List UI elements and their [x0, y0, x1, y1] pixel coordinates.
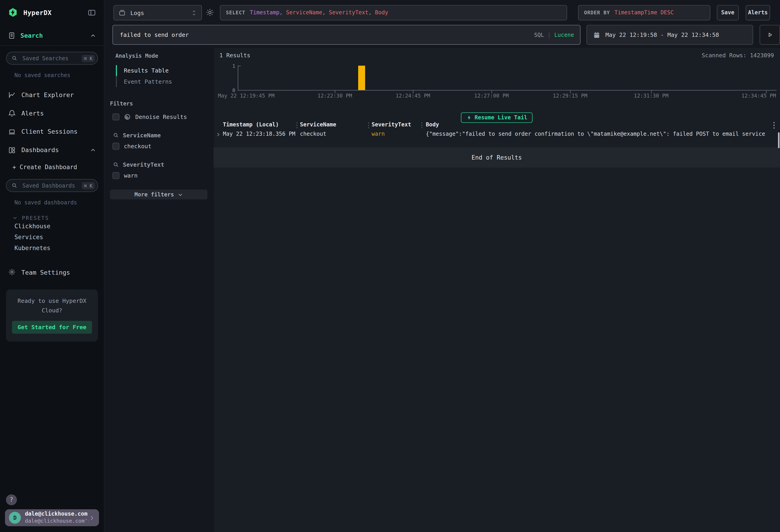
- results-area: 1 Results Scanned Rows: 1423099 1 0 May …: [213, 48, 780, 532]
- nav-label: Chart Explorer: [21, 91, 74, 98]
- y-tick-0: 0: [232, 88, 235, 93]
- shortcut-badge: ⌘ K: [82, 55, 95, 62]
- user-info: dale@clickhouse.com dale@clickhouse.com'…: [25, 511, 89, 525]
- search-nav-icon: [8, 32, 15, 39]
- x-axis: [238, 90, 777, 91]
- filter-group-name: SeverityText: [123, 161, 164, 168]
- preset-item-kubernetes[interactable]: Kubernetes: [14, 243, 104, 254]
- scanned-rows: Scanned Rows: 1423099: [702, 52, 774, 59]
- user-email: dale@clickhouse.com: [25, 511, 89, 518]
- cell-timestamp: May 22 12:23:18.356 PM: [223, 131, 295, 137]
- source-select[interactable]: Logs: [113, 5, 202, 20]
- collapse-sidebar-icon[interactable]: [88, 8, 96, 16]
- preset-item-clickhouse[interactable]: Clickhouse: [14, 221, 104, 232]
- source-select-value: Logs: [130, 9, 144, 16]
- y-tick-1: 1: [232, 63, 235, 69]
- select-keyword: SELECT: [226, 10, 245, 15]
- analysis-mode-results-table[interactable]: Results Table: [116, 65, 213, 76]
- order-by-keyword: ORDER BY: [584, 10, 610, 15]
- search-query-input[interactable]: [119, 31, 534, 39]
- preset-item-services[interactable]: Services: [14, 232, 104, 243]
- column-header-body[interactable]: Body: [426, 122, 439, 128]
- app-window: HyperDX Search ⌘ K No saved searches: [0, 0, 780, 532]
- create-dashboard-button[interactable]: + Create Dashboard: [12, 161, 104, 173]
- sidebar-item-dashboards[interactable]: Dashboards: [0, 141, 104, 159]
- order-by-input[interactable]: ORDER BYTimestampTime DESC: [578, 5, 711, 20]
- sidebar-item-team-settings[interactable]: Team Settings: [0, 264, 104, 280]
- team-settings-label: Team Settings: [21, 268, 70, 276]
- saved-dashboards-input-wrap: ⌘ K: [6, 179, 98, 192]
- scrollbar-thumb[interactable]: [778, 132, 780, 148]
- calendar-icon: [593, 31, 600, 39]
- query-col-body: Body: [375, 9, 388, 16]
- warn-checkbox[interactable]: [112, 172, 119, 179]
- column-resize-handle[interactable]: [420, 122, 424, 129]
- chevron-up-icon[interactable]: [90, 33, 96, 38]
- user-card[interactable]: D dale@clickhouse.com dale@clickhouse.co…: [5, 509, 99, 526]
- database-icon: [118, 9, 126, 16]
- presets-header[interactable]: PRESETS: [12, 215, 104, 221]
- sidebar-item-client-sessions[interactable]: Client Sessions: [0, 122, 104, 141]
- sidebar-item-search[interactable]: Search: [0, 32, 104, 39]
- resume-live-tail-label: Resume Live Tail: [475, 114, 527, 121]
- cell-severitytext: warn: [372, 131, 385, 137]
- x-tick-label: 12:31:30 PM: [634, 93, 668, 98]
- alerts-button[interactable]: Alerts: [746, 5, 770, 20]
- saved-searches-input-wrap: ⌘ K: [6, 52, 98, 65]
- select-updown-icon: [191, 9, 197, 16]
- time-range-picker[interactable]: May 22 12:19:58 - May 22 12:34:58: [586, 25, 753, 45]
- column-resize-handle[interactable]: [367, 122, 371, 129]
- sidebar-nav: Chart Explorer Alerts Client Sessions Da…: [0, 86, 104, 159]
- filter-option-label[interactable]: warn: [124, 172, 138, 179]
- analysis-mode-event-patterns[interactable]: Event Patterns: [116, 76, 213, 87]
- run-query-button[interactable]: [760, 25, 780, 45]
- promo-text: Ready to use HyperDX Cloud?: [12, 296, 92, 315]
- analysis-mode-title: Analysis Mode: [115, 53, 213, 59]
- x-axis-labels: May 22 12:19:45 PM 12:22:30 PM 12:24:45 …: [213, 93, 780, 100]
- get-started-button[interactable]: Get Started for Free: [12, 321, 92, 334]
- results-histogram: 1 0 May 22 12:19:45 PM 12:22:30 PM 12:24…: [213, 66, 780, 91]
- search-nav-label: Search: [20, 32, 43, 39]
- select-columns-input[interactable]: SELECTTimestamp, ServiceName, SeverityTe…: [220, 5, 567, 20]
- lightning-bolt-icon: [466, 114, 472, 121]
- chevron-up-icon[interactable]: [90, 147, 96, 153]
- search-icon: [11, 55, 17, 61]
- denoise-label[interactable]: Denoise Results: [135, 113, 187, 120]
- checkout-checkbox[interactable]: [112, 143, 119, 150]
- play-icon: [766, 31, 773, 38]
- filter-option-label[interactable]: checkout: [124, 143, 151, 150]
- source-settings-gear-icon[interactable]: [205, 8, 214, 17]
- chevron-down-icon: [177, 192, 183, 197]
- histogram-bar[interactable]: [358, 66, 365, 90]
- lang-toggle-sql[interactable]: SQL: [534, 32, 544, 38]
- column-header-severitytext[interactable]: SeverityText: [372, 122, 411, 128]
- column-header-servicename[interactable]: ServiceName: [300, 122, 336, 128]
- y-axis-cap: [238, 66, 241, 66]
- sidebar-item-chart-explorer[interactable]: Chart Explorer: [0, 86, 104, 104]
- nav-label: Dashboards: [21, 146, 59, 154]
- column-header-timestamp[interactable]: Timestamp (Local): [223, 122, 279, 128]
- expand-row-chevron-icon[interactable]: [216, 132, 221, 137]
- column-resize-handle[interactable]: [295, 122, 299, 129]
- query-comma: ,: [369, 9, 375, 16]
- logo-row: HyperDX: [0, 0, 104, 18]
- hyperdx-logo-icon: [8, 7, 18, 18]
- presets-label: PRESETS: [22, 215, 49, 221]
- x-tick-label: 12:34:45 PM: [741, 93, 776, 98]
- denoise-checkbox[interactable]: [112, 113, 119, 120]
- help-button[interactable]: ?: [6, 494, 17, 505]
- table-row[interactable]: May 22 12:23:18.356 PM checkout warn {"m…: [213, 130, 780, 139]
- cloud-promo-card: Ready to use HyperDX Cloud? Get Started …: [6, 289, 98, 342]
- filter-option-checkout: checkout: [112, 143, 213, 150]
- lang-toggle-lucene[interactable]: Lucene: [554, 32, 574, 38]
- saved-searches-input[interactable]: [21, 55, 82, 62]
- table-options-kebab-icon[interactable]: [772, 122, 776, 129]
- saved-dashboards-input[interactable]: [21, 182, 82, 189]
- shortcut-badge: ⌘ K: [82, 182, 95, 189]
- sidebar-item-alerts[interactable]: Alerts: [0, 104, 104, 122]
- divider: [0, 45, 104, 46]
- more-filters-label: More filters: [134, 191, 174, 198]
- save-button[interactable]: Save: [717, 5, 739, 20]
- more-filters-button[interactable]: More filters: [110, 189, 207, 199]
- query-col-servicename: ServiceName: [286, 9, 322, 16]
